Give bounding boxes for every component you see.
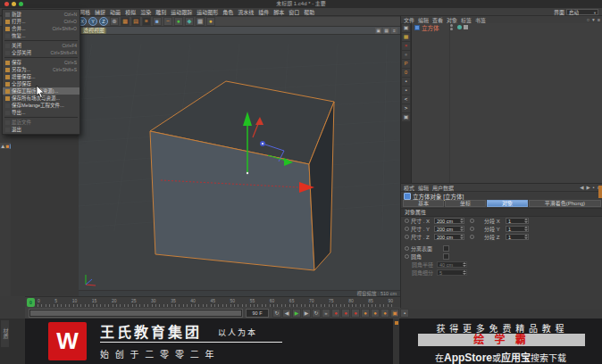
subdivision-surface-icon[interactable]: ●: [174, 17, 183, 26]
prev-frame-button[interactable]: ◀: [282, 309, 291, 318]
lock-z-button[interactable]: Z: [99, 17, 108, 26]
menu-item-save-melange[interactable]: 保存Melange工程文件...: [3, 102, 79, 109]
am-menu-item[interactable]: 用户数据: [432, 184, 454, 192]
sphere-icon[interactable]: ●: [402, 51, 410, 59]
am-menu-item[interactable]: 模式: [404, 184, 414, 192]
psr-icon[interactable]: P: [402, 60, 410, 68]
timeline-playhead[interactable]: 0: [27, 298, 35, 307]
lock-y-button[interactable]: Y: [88, 17, 97, 26]
menubar-item[interactable]: 运动跟踪: [171, 8, 192, 16]
panel-menu-icon[interactable]: ≡: [391, 28, 397, 34]
render-settings-icon[interactable]: ≡: [142, 17, 151, 26]
pen-spline-icon[interactable]: ~: [163, 17, 172, 26]
menubar-item[interactable]: 渲染: [140, 8, 151, 16]
position-key-toggle[interactable]: ●: [361, 309, 370, 318]
menubar-item[interactable]: 流水线: [238, 8, 254, 16]
viewport-canvas[interactable]: [79, 35, 400, 291]
zero-icon[interactable]: 0: [402, 69, 410, 77]
keyframe-dot-icon[interactable]: [405, 246, 409, 251]
menubar-item[interactable]: 帮助: [304, 8, 314, 16]
menubar-item[interactable]: 插件: [258, 8, 269, 16]
am-menu-item[interactable]: 编辑: [418, 184, 429, 192]
object-row-cube[interactable]: 立方体: [412, 23, 602, 31]
scale-key-toggle[interactable]: ●: [371, 309, 380, 318]
play-button[interactable]: ▶: [292, 309, 301, 318]
menu-item-new[interactable]: 新建Ctrl+N: [3, 11, 79, 18]
menu-item-close[interactable]: 关闭Ctrl+F4: [3, 42, 79, 49]
record-selected-button[interactable]: ●: [351, 309, 360, 318]
light-icon[interactable]: ●: [206, 17, 215, 26]
viewport-layout-icon[interactable]: ▦: [402, 33, 410, 41]
single-view-icon[interactable]: ▣: [375, 28, 381, 34]
layout-select[interactable]: 启动 ▼: [566, 9, 598, 15]
close-red-icon[interactable]: ×: [402, 42, 410, 50]
segments-x-input[interactable]: 1: [506, 218, 529, 224]
prev-layout-icon[interactable]: <: [402, 95, 410, 103]
object-properties-section[interactable]: 对象属性: [401, 208, 602, 217]
forward-button[interactable]: ↻: [312, 309, 321, 318]
keyframe-dot-icon[interactable]: [405, 254, 409, 259]
dot-icon[interactable]: ▪: [402, 87, 410, 95]
end-frame-field[interactable]: 90 F: [246, 309, 269, 318]
menu-item-save[interactable]: 保存Ctrl+S: [3, 59, 79, 66]
menubar-item[interactable]: 角色: [222, 8, 233, 16]
autokey-button[interactable]: ●: [341, 309, 350, 318]
keyframe-dot-icon[interactable]: [470, 235, 474, 239]
keyframe-dot-icon[interactable]: [405, 219, 409, 223]
keyframe-dot-icon[interactable]: [405, 227, 409, 231]
menubar-item[interactable]: 运动图形: [196, 8, 218, 16]
menu-item-open[interactable]: 打开...Ctrl+O: [3, 18, 79, 25]
menubar-item[interactable]: 模拟: [125, 8, 136, 16]
material-manager-tab[interactable]: 材质: [1, 320, 9, 347]
sweep-generator-icon[interactable]: ◆: [185, 17, 194, 26]
menu-item-quit[interactable]: 退出: [3, 126, 79, 133]
segments-z-input[interactable]: 1: [506, 234, 529, 240]
menu-icon[interactable]: ≡: [598, 16, 600, 23]
menubar-item[interactable]: 脚本: [273, 8, 284, 16]
viewport-camera-label[interactable]: 透视视图: [81, 28, 106, 34]
parameter-key-toggle[interactable]: ▣: [390, 309, 399, 318]
keyframe-dot-icon[interactable]: [470, 219, 474, 223]
layout-window-icon[interactable]: ▣: [402, 24, 410, 32]
menu-item-merge[interactable]: 合并...Ctrl+Shift+O: [3, 25, 79, 32]
fillet-checkbox[interactable]: [443, 253, 449, 260]
menu-item-incremental-save[interactable]: 增量保存...: [3, 73, 79, 80]
menubar-item[interactable]: 捕捉: [95, 8, 105, 16]
render-view-icon[interactable]: ▦: [121, 17, 130, 26]
separate-surfaces-checkbox[interactable]: [443, 245, 449, 252]
dot-icon[interactable]: ▪: [402, 78, 410, 86]
goto-end-button[interactable]: »: [322, 309, 330, 318]
keyframe-dot-icon[interactable]: [470, 227, 474, 231]
menubar-item[interactable]: 网格: [79, 8, 90, 16]
search-icon[interactable]: ○: [587, 16, 589, 23]
lock-icon[interactable]: ▪: [593, 184, 595, 191]
object-tree[interactable]: 立方体: [412, 23, 602, 183]
tab-phong[interactable]: 平滑着色(Phong): [529, 200, 601, 207]
size-z-input[interactable]: 200 cm: [434, 234, 464, 240]
menu-item-recent-files[interactable]: 最近文件: [3, 119, 79, 126]
keyframe-dot-icon[interactable]: [405, 235, 409, 239]
coordinate-system-icon[interactable]: ⊕: [110, 17, 119, 26]
tab-object[interactable]: 对象: [487, 200, 528, 207]
pla-key-toggle[interactable]: ▪: [400, 309, 409, 318]
size-y-input[interactable]: 200 cm: [434, 226, 464, 232]
tab-basic[interactable]: 基本: [403, 200, 444, 207]
all-views-icon[interactable]: ▦: [383, 28, 389, 34]
tab-coord[interactable]: 坐标: [445, 200, 486, 207]
menu-item-export[interactable]: 导出...: [3, 109, 79, 116]
object-name[interactable]: 立方体: [422, 23, 439, 32]
history-forward-icon[interactable]: ▶: [587, 184, 590, 191]
rotation-key-toggle[interactable]: ●: [380, 309, 389, 318]
menubar-item[interactable]: 雕刻: [155, 8, 166, 16]
phong-tag-icon[interactable]: [457, 25, 462, 29]
menu-item-close-all[interactable]: 全部关闭Ctrl+Shift+F4: [3, 49, 79, 56]
size-x-input[interactable]: 200 cm: [434, 218, 464, 224]
cube-primitive-icon[interactable]: ■: [153, 17, 162, 26]
loop-mode-button[interactable]: ↻: [272, 309, 281, 318]
menu-item-save-as[interactable]: 另存为...Ctrl+Shift+S: [3, 66, 79, 73]
filter-icon[interactable]: ▾: [592, 16, 595, 23]
preview-range-slider[interactable]: [29, 309, 243, 318]
visibility-dots[interactable]: [450, 24, 453, 31]
window-icon[interactable]: ▣: [402, 113, 410, 121]
panel-scroll-fragment[interactable]: [598, 186, 602, 198]
